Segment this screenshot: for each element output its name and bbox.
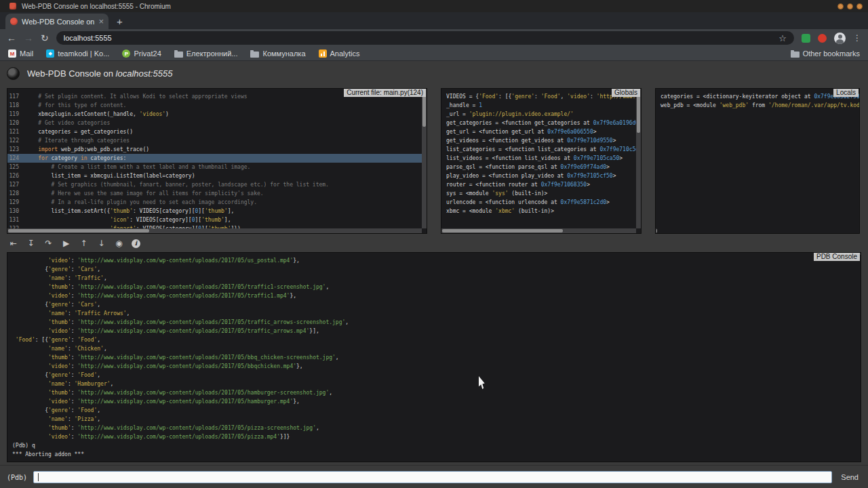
source-code: 117 # Set plugin content. It allows Kodi… xyxy=(7,89,427,233)
locals-label: Locals xyxy=(833,89,859,97)
bookmark-label: Електронний... xyxy=(186,49,238,58)
browser-tab[interactable]: Web-PDB Console on loca × xyxy=(5,14,108,29)
window-minimize-button[interactable] xyxy=(837,3,844,9)
bookmark-label: Коммуналка xyxy=(262,49,305,58)
restart-button[interactable]: ⇤ xyxy=(8,238,18,249)
reload-icon[interactable]: ↻ xyxy=(41,33,49,43)
send-button[interactable]: Send xyxy=(838,472,861,483)
mail-icon xyxy=(8,49,16,58)
window-title: Web-PDB Console on localhost:5555 - Chro… xyxy=(22,3,171,10)
window-app-icon xyxy=(9,3,16,9)
locals-variables: categories = <dictionary-keyiterator obj… xyxy=(656,89,859,233)
pdb-console-label: PDB Console xyxy=(814,253,860,261)
analytics-icon xyxy=(319,49,327,58)
debugger-toolbar: ⇤ ↧ ↷ ▶ ↑ ↓ ◉ i xyxy=(8,237,140,250)
address-text: localhost:5555 xyxy=(64,34,112,42)
bookmark-label: Mail xyxy=(20,49,33,58)
bookmark-analytics[interactable]: Analytics xyxy=(319,49,360,58)
new-tab-button[interactable]: + xyxy=(117,16,123,26)
bookmark-star-icon[interactable]: ☆ xyxy=(778,33,787,43)
bookmark-label: Privat24 xyxy=(134,49,161,58)
bookmark-label: teamkodi | Ko... xyxy=(58,49,109,58)
current-file-panel: Current file: main.py(124) 117 # Set plu… xyxy=(7,88,427,234)
pdb-prompt-label: (Pdb) xyxy=(7,474,27,481)
page-header: Web-PDB Console on localhost:5555 xyxy=(0,61,868,80)
code-vertical-scrollbar[interactable] xyxy=(422,89,427,228)
top-panels-row: Current file: main.py(124) 117 # Set plu… xyxy=(7,88,860,234)
profile-avatar[interactable] xyxy=(834,33,846,44)
bookmark-folder-kommunalka[interactable]: Коммуналка xyxy=(250,49,305,58)
bookmark-privat24[interactable]: Privat24 xyxy=(122,49,161,58)
forward-icon[interactable]: → xyxy=(24,33,33,43)
prompt-divider xyxy=(0,465,868,466)
step-into-button[interactable]: ↧ xyxy=(26,238,36,249)
pdb-input-wrap xyxy=(33,471,832,483)
app-logo-icon xyxy=(7,67,20,80)
kodi-icon xyxy=(46,49,54,58)
browser-toolbar: ← → ↻ localhost:5555 ☆ ⋮ xyxy=(0,29,868,47)
pdb-command-input[interactable] xyxy=(34,474,831,485)
globals-horizontal-scrollbar[interactable] xyxy=(441,228,636,233)
prompt-bar: (Pdb) Send xyxy=(7,470,861,485)
window-close-button[interactable] xyxy=(856,3,863,9)
code-horizontal-scrollbar[interactable] xyxy=(7,228,422,233)
folder-icon xyxy=(250,52,259,58)
page-title: Web-PDB Console on localhost:5555 xyxy=(27,68,172,79)
text-caret xyxy=(38,473,39,481)
folder-icon xyxy=(791,52,800,58)
address-bar[interactable]: localhost:5555 ☆ xyxy=(56,31,794,45)
stack-down-button[interactable]: ↓ xyxy=(96,238,106,249)
back-icon[interactable]: ← xyxy=(7,33,16,43)
globals-panel: Globals VIDEOS = {'Food': [{'genre': 'Fo… xyxy=(441,88,642,234)
globals-vertical-scrollbar[interactable] xyxy=(636,89,641,228)
pdb-console-panel: PDB Console 'video': 'http://www.vidspla… xyxy=(7,252,861,462)
bookmark-mail[interactable]: Mail xyxy=(8,49,33,58)
where-button[interactable]: ◉ xyxy=(114,238,124,249)
privat24-icon xyxy=(122,49,130,58)
tab-strip: Web-PDB Console on loca × + xyxy=(0,12,868,29)
bookmark-folder-electronic[interactable]: Електронний... xyxy=(174,49,238,58)
globals-label: Globals xyxy=(612,89,640,97)
browser-menu-icon[interactable]: ⋮ xyxy=(853,33,861,43)
tab-favicon-bug-icon xyxy=(10,18,18,25)
current-file-label: Current file: main.py(124) xyxy=(344,89,426,97)
web-pdb-page: Web-PDB Console on localhost:5555 Curren… xyxy=(0,61,868,487)
other-bookmarks-button[interactable]: Other bookmarks xyxy=(791,49,860,58)
folder-icon xyxy=(174,52,183,58)
extension-red-icon[interactable] xyxy=(818,34,827,43)
browser-window: Web-PDB Console on localhost:5555 - Chro… xyxy=(0,0,868,488)
bookmark-teamkodi[interactable]: teamkodi | Ko... xyxy=(46,49,109,58)
extension-green-icon[interactable] xyxy=(802,34,810,43)
window-titlebar: Web-PDB Console on localhost:5555 - Chro… xyxy=(0,0,868,12)
tab-close-icon[interactable]: × xyxy=(98,17,104,26)
other-bookmarks-label: Other bookmarks xyxy=(803,49,860,58)
locals-horizontal-scrollbar[interactable] xyxy=(656,228,656,233)
console-output: 'video': 'http://www.vidsplay.com/wp-con… xyxy=(7,253,861,462)
tab-title: Web-PDB Console on loca xyxy=(22,18,94,26)
continue-button[interactable]: ▶ xyxy=(61,238,71,249)
step-over-button[interactable]: ↷ xyxy=(43,238,54,249)
stack-up-button[interactable]: ↑ xyxy=(79,238,89,249)
locals-panel: Locals categories = <dictionary-keyitera… xyxy=(655,88,860,234)
window-maximize-button[interactable] xyxy=(847,3,853,9)
globals-variables: VIDEOS = {'Food': [{'genre': 'Food', 'vi… xyxy=(441,89,641,233)
bookmark-label: Analytics xyxy=(330,49,360,58)
bookmarks-bar: Mail teamkodi | Ko... Privat24 Електронн… xyxy=(0,47,868,61)
help-button[interactable]: i xyxy=(132,239,140,248)
